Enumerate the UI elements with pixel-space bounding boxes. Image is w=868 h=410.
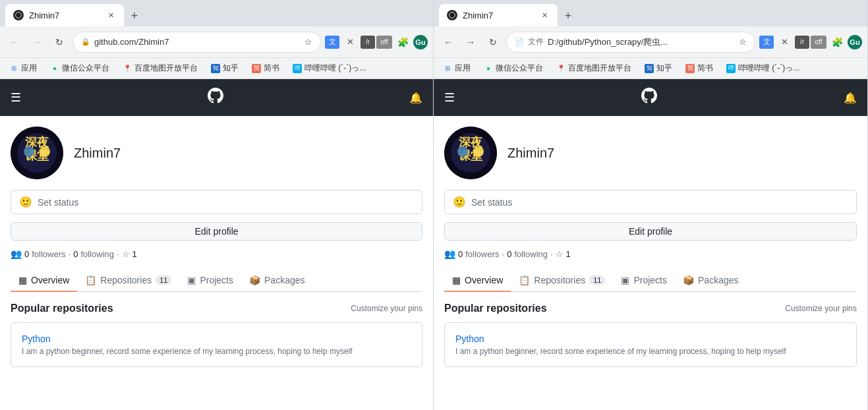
right-stats-dot: · bbox=[502, 249, 505, 259]
left-following-label[interactable]: following bbox=[80, 249, 114, 259]
left-avatar-inner: 深夜 课堂 bbox=[11, 127, 63, 179]
right-stats-dot2: · bbox=[550, 249, 553, 259]
right-projects-icon: ▣ bbox=[621, 275, 629, 285]
right-tab-overview[interactable]: ▦ Overview bbox=[444, 270, 511, 292]
account-icon[interactable]: Gu bbox=[413, 35, 428, 49]
right-hamburger-icon[interactable]: ☰ bbox=[444, 90, 455, 105]
right-bm-bilibili-icon: 哔 bbox=[726, 64, 736, 73]
right-new-tab-button[interactable]: + bbox=[559, 7, 577, 25]
left-smiley-icon: 🙂 bbox=[19, 196, 32, 208]
back-button[interactable]: ← bbox=[5, 33, 24, 51]
left-tab-projects[interactable]: ▣ Projects bbox=[179, 270, 241, 292]
right-repo-name[interactable]: Python bbox=[455, 334, 846, 344]
right-people-icon: 👥 bbox=[444, 249, 455, 259]
left-github-logo[interactable] bbox=[208, 88, 223, 107]
right-bm-apps[interactable]: ⊞ 应用 bbox=[439, 61, 475, 75]
svg-point-7 bbox=[40, 146, 50, 157]
right-bm-baidu[interactable]: 📍 百度地图开放平台 bbox=[552, 61, 635, 75]
ext-translate-icon[interactable]: 文 bbox=[325, 36, 339, 49]
left-username: Zhimin7 bbox=[74, 146, 121, 161]
right-ext-close-icon[interactable]: ✕ bbox=[775, 33, 794, 51]
right-address-input[interactable]: 📄 文件 D:/github/Python_scrapy/爬虫... ☆ bbox=[506, 32, 755, 53]
right-tab-bar: Zhimin7 ✕ + bbox=[434, 0, 867, 26]
right-bm-jianshu[interactable]: 简 简书 bbox=[681, 61, 717, 75]
new-tab-button[interactable]: + bbox=[125, 7, 144, 25]
right-refresh-button[interactable]: ↻ bbox=[484, 33, 502, 51]
bm-bilibili[interactable]: 哔 哔哩哔哩 (´-`)っ... bbox=[289, 61, 370, 75]
left-stars-count[interactable]: 1 bbox=[132, 249, 137, 259]
right-ext-off-badge[interactable]: off bbox=[811, 36, 826, 49]
left-stats-dot: · bbox=[69, 249, 71, 259]
left-tab-repositories[interactable]: 📋 Repositories 11 bbox=[77, 270, 179, 292]
right-account-icon[interactable]: Gu bbox=[848, 35, 862, 49]
bm-jianshu[interactable]: 简 简书 bbox=[248, 61, 283, 75]
right-ext-slash-icon[interactable]: /r bbox=[795, 36, 809, 49]
left-address-bar: ← → ↻ 🔒 github.com/Zhimin7 ☆ 文 ✕ /r off … bbox=[0, 26, 433, 58]
left-browser-panel: Zhimin7 ✕ + ← → ↻ 🔒 github.com/Zhimin7 ☆… bbox=[0, 0, 434, 410]
right-address-bar: ← → ↻ 📄 文件 D:/github/Python_scrapy/爬虫...… bbox=[434, 26, 867, 58]
bm-wechat[interactable]: ● 微信公众平台 bbox=[46, 61, 113, 75]
right-bm-zhihu-label: 知乎 bbox=[656, 63, 672, 74]
left-bell-icon[interactable]: 🔔 bbox=[409, 92, 422, 104]
left-status-bar[interactable]: 🙂 Set status bbox=[11, 190, 422, 214]
left-section-header: Popular repositories Customize your pins bbox=[11, 303, 422, 314]
left-section-title: Popular repositories bbox=[11, 303, 113, 314]
right-bm-bilibili[interactable]: 哔 哔哩哔哩 (´-`)っ... bbox=[722, 61, 803, 75]
ext-puzzle-icon[interactable]: 🧩 bbox=[393, 33, 412, 51]
right-following-label[interactable]: following bbox=[514, 249, 548, 259]
left-tab-close[interactable]: ✕ bbox=[105, 10, 116, 20]
address-input[interactable]: 🔒 github.com/Zhimin7 ☆ bbox=[72, 32, 321, 53]
right-status-bar[interactable]: 🙂 Set status bbox=[444, 190, 857, 214]
left-section-action[interactable]: Customize your pins bbox=[351, 304, 422, 313]
right-forward-button[interactable]: → bbox=[461, 33, 480, 51]
left-tab-packages[interactable]: 📦 Packages bbox=[241, 270, 312, 292]
right-tab-projects[interactable]: ▣ Projects bbox=[613, 270, 675, 292]
bm-baidu[interactable]: 📍 百度地图开放平台 bbox=[119, 61, 202, 75]
right-ext-puzzle-icon[interactable]: 🧩 bbox=[828, 33, 846, 51]
bm-zhihu[interactable]: 知 知乎 bbox=[207, 61, 243, 75]
right-bm-jianshu-icon: 简 bbox=[685, 64, 695, 73]
left-repo-name[interactable]: Python bbox=[22, 334, 411, 344]
right-stats-bar: 👥 0 followers · 0 following · ☆ 1 bbox=[444, 249, 857, 259]
left-following-count[interactable]: 0 bbox=[73, 249, 78, 259]
right-edit-profile-button[interactable]: Edit profile bbox=[444, 222, 857, 241]
right-repo-card-python: Python I am a python beginner, record so… bbox=[444, 322, 857, 367]
ext-off-badge[interactable]: off bbox=[376, 36, 392, 49]
left-edit-profile-button[interactable]: Edit profile bbox=[11, 222, 422, 241]
bm-apps[interactable]: ⊞ 应用 bbox=[5, 61, 41, 75]
right-bm-wechat[interactable]: ● 微信公众平台 bbox=[480, 61, 547, 75]
ext-close-icon[interactable]: ✕ bbox=[341, 33, 359, 51]
ext-slash-icon[interactable]: /r bbox=[361, 36, 375, 49]
left-tab-active[interactable]: Zhimin7 ✕ bbox=[5, 4, 124, 26]
right-bm-zhihu[interactable]: 知 知乎 bbox=[641, 61, 676, 75]
right-tab-active[interactable]: Zhimin7 ✕ bbox=[439, 4, 558, 26]
left-followers-label[interactable]: followers bbox=[32, 249, 65, 259]
right-bell-icon[interactable]: 🔔 bbox=[844, 92, 857, 104]
right-tab-close[interactable]: ✕ bbox=[539, 10, 550, 20]
bm-zhihu-label: 知乎 bbox=[223, 63, 239, 74]
forward-button[interactable]: → bbox=[28, 33, 46, 51]
right-bm-apps-label: 应用 bbox=[455, 63, 471, 74]
right-github-logo[interactable] bbox=[641, 88, 657, 107]
left-tab-overview[interactable]: ▦ Overview bbox=[11, 270, 77, 292]
right-stars-count[interactable]: 1 bbox=[566, 249, 571, 259]
right-following-count[interactable]: 0 bbox=[507, 249, 511, 259]
right-section-action[interactable]: Customize your pins bbox=[785, 304, 857, 313]
right-overview-label: Overview bbox=[465, 275, 503, 285]
right-bm-wechat-label: 微信公众平台 bbox=[496, 63, 543, 74]
left-hamburger-icon[interactable]: ☰ bbox=[11, 90, 21, 105]
right-back-button[interactable]: ← bbox=[439, 33, 457, 51]
right-bm-jianshu-label: 简书 bbox=[697, 63, 713, 74]
right-followers-count[interactable]: 0 bbox=[458, 249, 463, 259]
left-followers-count[interactable]: 0 bbox=[24, 249, 29, 259]
svg-point-6 bbox=[24, 146, 34, 157]
right-gh-tabs: ▦ Overview 📋 Repositories 11 ▣ Projects … bbox=[444, 270, 857, 292]
left-tab-bar: Zhimin7 ✕ + bbox=[0, 0, 433, 26]
refresh-button[interactable]: ↻ bbox=[50, 33, 69, 51]
right-followers-label[interactable]: followers bbox=[465, 249, 499, 259]
right-section-title: Popular repositories bbox=[444, 303, 547, 314]
right-ext-translate-icon[interactable]: 文 bbox=[759, 36, 774, 49]
right-tab-repositories[interactable]: 📋 Repositories 11 bbox=[511, 270, 613, 292]
right-tab-packages[interactable]: 📦 Packages bbox=[675, 270, 746, 292]
right-bm-zhihu-icon: 知 bbox=[645, 64, 654, 73]
